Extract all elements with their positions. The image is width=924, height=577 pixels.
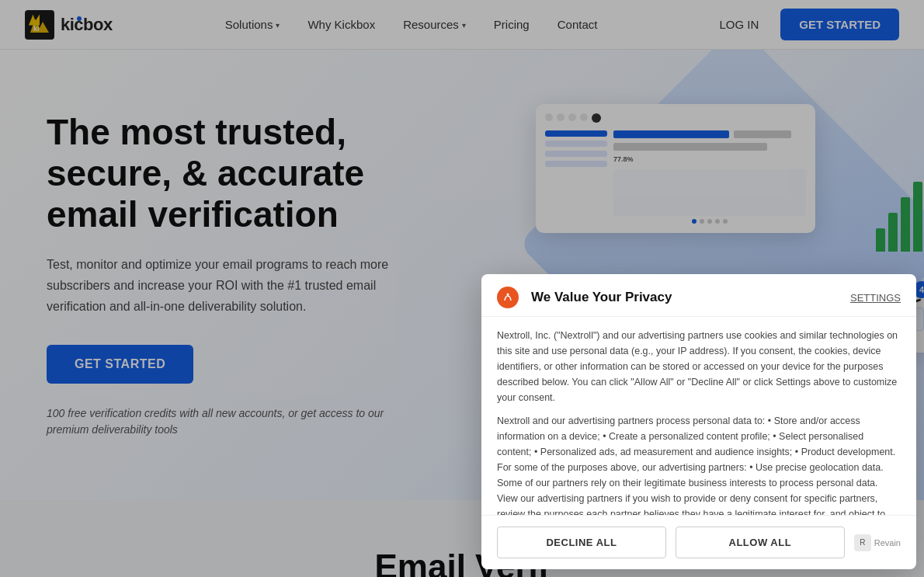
revain-label: Revain xyxy=(874,538,901,547)
modal-title: We Value Your Privacy xyxy=(531,290,672,305)
modal-body-p1: Nextroll, Inc. ("Nextroll") and our adve… xyxy=(497,328,901,405)
privacy-modal: We Value Your Privacy SETTINGS Nextroll,… xyxy=(481,274,916,569)
modal-body-p2: Nextroll and our advertising partners pr… xyxy=(497,413,901,515)
revain-badge: R Revain xyxy=(854,534,901,551)
decline-all-button[interactable]: DECLINE ALL xyxy=(497,527,666,558)
modal-header: We Value Your Privacy SETTINGS xyxy=(481,274,916,317)
allow-all-button[interactable]: ALLOW ALL xyxy=(676,527,845,558)
svg-point-2 xyxy=(500,290,516,305)
modal-settings-link[interactable]: SETTINGS xyxy=(850,292,901,304)
revain-icon: R xyxy=(854,534,871,551)
svg-point-3 xyxy=(507,294,509,296)
modal-footer: DECLINE ALL ALLOW ALL R Revain xyxy=(481,515,916,569)
modal-logo-icon xyxy=(497,287,519,308)
modal-body: Nextroll, Inc. ("Nextroll") and our adve… xyxy=(481,317,916,515)
modal-overlay: We Value Your Privacy SETTINGS Nextroll,… xyxy=(0,0,924,577)
